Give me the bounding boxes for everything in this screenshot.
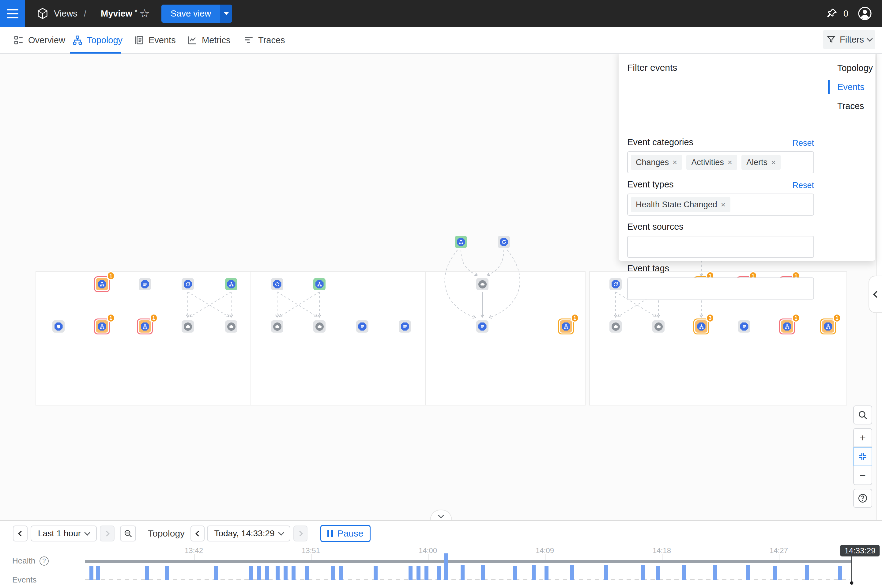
event-histogram-bar[interactable] bbox=[656, 566, 660, 580]
topology-node-net-alert[interactable]: 1 bbox=[137, 318, 153, 334]
tab-traces[interactable]: Traces bbox=[243, 27, 285, 53]
event-histogram-bar[interactable] bbox=[265, 566, 269, 580]
event-categories-reset-link[interactable]: Reset bbox=[792, 138, 814, 148]
event-tags-input[interactable] bbox=[627, 278, 814, 300]
event-types-input[interactable]: Health State Changed× bbox=[627, 194, 814, 216]
event-sources-input[interactable] bbox=[627, 236, 814, 258]
filter-nav-events[interactable]: Events bbox=[837, 82, 864, 92]
filters-button[interactable]: Filters bbox=[823, 30, 875, 49]
pause-button[interactable]: Pause bbox=[320, 525, 370, 542]
event-histogram-bar[interactable] bbox=[305, 566, 309, 580]
event-histogram-bar[interactable] bbox=[249, 566, 253, 580]
event-types-reset-link[interactable]: Reset bbox=[792, 181, 814, 190]
topology-node-list[interactable] bbox=[356, 320, 368, 333]
event-histogram-bar[interactable] bbox=[513, 566, 517, 580]
help-button[interactable] bbox=[853, 489, 872, 508]
remove-chip-icon[interactable]: × bbox=[771, 158, 776, 167]
event-histogram-bar[interactable] bbox=[532, 565, 536, 580]
topology-node-net[interactable] bbox=[225, 278, 237, 290]
event-histogram-bar[interactable] bbox=[291, 566, 296, 580]
topology-node-shield[interactable] bbox=[52, 320, 64, 333]
topology-node-net-alert[interactable]: 1 bbox=[558, 318, 574, 334]
topology-node-sync[interactable] bbox=[498, 236, 510, 248]
event-histogram-bar[interactable] bbox=[746, 565, 750, 580]
time-range-back-button[interactable] bbox=[13, 525, 28, 542]
event-histogram-bar[interactable] bbox=[165, 566, 169, 580]
topology-node-list[interactable] bbox=[476, 320, 489, 333]
tab-overview[interactable]: Overview bbox=[14, 27, 65, 53]
remove-chip-icon[interactable]: × bbox=[721, 200, 726, 210]
event-histogram-bar[interactable] bbox=[374, 566, 378, 580]
topology-node-net[interactable] bbox=[313, 278, 326, 290]
event-histogram-bar[interactable] bbox=[805, 565, 809, 580]
zoom-out-button[interactable]: − bbox=[853, 466, 872, 485]
search-topology-button[interactable] bbox=[853, 405, 872, 424]
event-histogram-bar[interactable] bbox=[257, 566, 261, 580]
remove-chip-icon[interactable]: × bbox=[672, 158, 677, 167]
event-histogram-bar[interactable] bbox=[444, 554, 448, 580]
topology-node-cloud[interactable] bbox=[271, 320, 283, 333]
time-range-dropdown[interactable]: Last 1 hour bbox=[31, 525, 97, 542]
fit-to-screen-button[interactable] bbox=[853, 447, 872, 466]
event-histogram-bar[interactable] bbox=[713, 565, 717, 580]
event-histogram-bar[interactable] bbox=[682, 565, 686, 580]
event-histogram-bar[interactable] bbox=[417, 566, 420, 580]
topology-node-cloud[interactable] bbox=[225, 320, 237, 333]
topology-node-list[interactable] bbox=[139, 278, 151, 290]
event-histogram-bar[interactable] bbox=[640, 565, 645, 580]
event-histogram-bar[interactable] bbox=[339, 566, 343, 580]
current-time-dropdown[interactable]: Today, 14:33:29 bbox=[207, 525, 290, 542]
hamburger-menu-button[interactable] bbox=[0, 0, 25, 27]
topology-node-net-alert[interactable]: 1 bbox=[94, 276, 110, 292]
remove-chip-icon[interactable]: × bbox=[728, 158, 732, 167]
user-avatar[interactable] bbox=[858, 0, 872, 27]
event-histogram-bar[interactable] bbox=[772, 566, 777, 580]
filter-nav-traces[interactable]: Traces bbox=[837, 101, 864, 111]
topology-node-cloud[interactable] bbox=[476, 278, 489, 290]
event-histogram-bar[interactable] bbox=[284, 566, 288, 580]
topology-node-list[interactable] bbox=[738, 320, 750, 333]
topology-node-list[interactable] bbox=[399, 320, 411, 333]
health-help-icon[interactable]: ? bbox=[39, 556, 49, 566]
expand-right-panel-handle[interactable] bbox=[868, 276, 882, 313]
topology-node-cloud[interactable] bbox=[182, 320, 194, 333]
event-histogram-bar[interactable] bbox=[145, 566, 149, 580]
topology-node-cloud[interactable] bbox=[609, 320, 622, 333]
time-cursor-line[interactable] bbox=[851, 556, 852, 582]
topology-node-net[interactable] bbox=[455, 236, 467, 248]
tab-metrics[interactable]: Metrics bbox=[187, 27, 230, 53]
topology-node-net-alert[interactable]: 1 bbox=[820, 318, 836, 334]
pin-icon[interactable] bbox=[826, 0, 838, 27]
topology-node-cloud[interactable] bbox=[652, 320, 664, 333]
topology-node-net-alert[interactable]: 1 bbox=[94, 318, 110, 334]
event-histogram-bar[interactable] bbox=[214, 566, 218, 580]
event-categories-input[interactable]: Changes×Activities×Alerts× bbox=[627, 151, 814, 173]
breadcrumb-views[interactable]: Views bbox=[54, 0, 78, 27]
event-histogram-bar[interactable] bbox=[437, 566, 441, 580]
topology-node-net-alert[interactable]: 1 bbox=[779, 318, 795, 334]
event-histogram-bar[interactable] bbox=[544, 566, 549, 580]
time-step-back-button[interactable] bbox=[190, 525, 205, 542]
event-histogram-bar[interactable] bbox=[460, 565, 465, 580]
event-histogram-bar[interactable] bbox=[570, 565, 574, 580]
topology-node-sync[interactable] bbox=[609, 278, 622, 290]
topology-node-cloud[interactable] bbox=[313, 320, 326, 333]
filter-chip[interactable]: Alerts× bbox=[741, 154, 781, 170]
health-timeline-bar[interactable] bbox=[85, 560, 851, 563]
time-range-forward-button[interactable] bbox=[100, 525, 114, 542]
filter-chip[interactable]: Changes× bbox=[631, 154, 682, 170]
topology-node-net-alert[interactable]: 3 bbox=[693, 318, 709, 334]
event-histogram-bar[interactable] bbox=[276, 566, 280, 580]
favorite-star-icon[interactable]: ☆ bbox=[140, 0, 150, 27]
zoom-out-time-button[interactable] bbox=[120, 525, 136, 542]
event-histogram-bar[interactable] bbox=[89, 566, 93, 580]
save-view-button[interactable]: Save view bbox=[161, 4, 220, 22]
event-histogram-bar[interactable] bbox=[424, 566, 429, 580]
zoom-in-button[interactable]: + bbox=[853, 428, 872, 447]
time-step-forward-button[interactable] bbox=[293, 525, 308, 542]
filter-chip[interactable]: Health State Changed× bbox=[631, 197, 730, 212]
event-histogram-bar[interactable] bbox=[408, 566, 412, 580]
event-histogram-bar[interactable] bbox=[96, 566, 100, 580]
event-histogram-bar[interactable] bbox=[331, 566, 335, 580]
save-view-dropdown-button[interactable] bbox=[220, 4, 232, 22]
